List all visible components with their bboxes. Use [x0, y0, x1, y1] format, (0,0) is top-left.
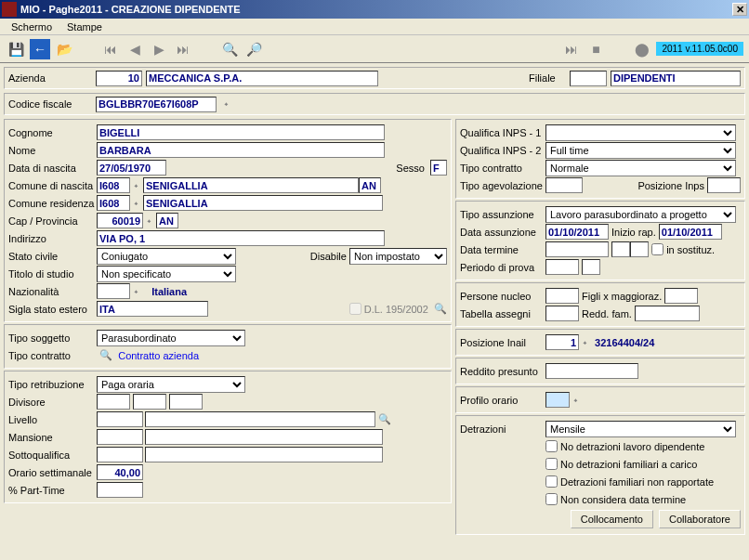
sqf-code[interactable] [97, 447, 143, 462]
search-icon[interactable]: 🔍 [434, 303, 447, 315]
comnasc-prov[interactable] [359, 177, 381, 193]
div-input3[interactable] [169, 394, 203, 410]
prev-icon[interactable]: ◀ [125, 39, 145, 59]
codfisc-lookup-icon[interactable]: 🞘 [220, 98, 233, 110]
qinps2-select[interactable]: Full time [545, 142, 736, 159]
detr-select[interactable]: Mensile [545, 421, 736, 437]
statociv-select[interactable]: Coniugato [97, 248, 236, 265]
redd-input[interactable] [635, 306, 700, 321]
qinps1-select[interactable] [545, 124, 736, 141]
pt-input[interactable] [97, 482, 143, 498]
pprova-input1[interactable] [545, 259, 579, 275]
nome-input[interactable] [97, 142, 385, 158]
titstud-select[interactable]: Non specificato [97, 266, 236, 282]
comnasc-lookup-icon[interactable]: 🞘 [130, 180, 143, 191]
orario-input[interactable] [97, 464, 143, 480]
naz-lookup-icon[interactable]: 🞘 [130, 286, 143, 297]
tagev-input[interactable] [545, 177, 583, 193]
open-icon[interactable]: 📂 [54, 39, 74, 59]
cognome-input[interactable] [97, 124, 385, 140]
cap-input[interactable] [97, 213, 143, 228]
filiale-code[interactable] [570, 71, 607, 86]
sigla-label: Sigla stato estero [8, 304, 97, 315]
datanasc-input[interactable] [97, 160, 166, 176]
div-label: Divisore [8, 397, 97, 408]
last-icon[interactable]: ⏭ [173, 39, 193, 59]
liv-search-icon[interactable]: 🔍 [378, 413, 391, 425]
zoom-icon[interactable]: 🔎 [243, 39, 264, 59]
close-button[interactable]: ✕ [732, 3, 747, 16]
menu-schermo[interactable]: Schermo [4, 20, 59, 33]
tiporet-select[interactable]: Paga oraria [97, 376, 245, 393]
tass-select[interactable]: Lavoro parasubordinato a progetto [545, 206, 736, 223]
liv-code[interactable] [97, 411, 143, 427]
sesso-input[interactable] [430, 160, 447, 176]
mans-code[interactable] [97, 429, 143, 445]
detr-opt3[interactable]: Detrazioni familiari non rapportate [545, 475, 714, 488]
comres-name[interactable] [143, 195, 383, 211]
pinail-num[interactable] [545, 334, 579, 350]
skip-end-icon[interactable]: ⏭ [561, 39, 582, 59]
next-icon[interactable]: ▶ [149, 39, 169, 59]
codfisc-input[interactable] [96, 97, 217, 112]
detr-opt2[interactable]: No detrazioni familiari a carico [545, 458, 697, 470]
assunzione-group: Tipo assunzione Lavoro parasubordinato a… [455, 201, 745, 280]
detr-opt4[interactable]: Non considera data termine [545, 493, 686, 505]
dterm-input[interactable] [545, 241, 609, 257]
azienda-code[interactable] [96, 71, 142, 86]
comres-lookup-icon[interactable]: 🞘 [130, 198, 143, 209]
comnasc-name[interactable] [143, 177, 359, 193]
prov-input[interactable] [156, 213, 178, 228]
dterm-ext1[interactable] [611, 241, 630, 257]
pnuc-input[interactable] [545, 288, 579, 304]
redpres-label: Reddito presunto [460, 366, 545, 377]
tipocon-search-icon[interactable]: 🔍 [99, 349, 112, 361]
dass-input[interactable] [545, 224, 609, 240]
sigla-input[interactable] [97, 301, 208, 317]
ind-input[interactable] [97, 230, 385, 246]
tipocon-link[interactable]: Contratto azienda [118, 350, 199, 361]
tcontr-select[interactable]: Normale [545, 160, 736, 176]
menu-stampe[interactable]: Stampe [59, 20, 110, 33]
azienda-name[interactable] [146, 71, 378, 86]
save-icon[interactable]: 💾 [6, 39, 26, 59]
div-input2[interactable] [133, 394, 166, 410]
prof-input[interactable] [545, 392, 570, 408]
back-icon[interactable]: ← [30, 39, 50, 59]
pprova-input2[interactable] [582, 259, 600, 275]
stop-icon[interactable]: ■ [585, 39, 606, 59]
liv-desc[interactable] [145, 411, 375, 427]
pinail-lookup-icon[interactable]: 🞘 [579, 337, 592, 348]
prof-lookup-icon[interactable]: 🞘 [570, 395, 583, 406]
cognome-label: Cognome [8, 127, 97, 138]
mans-desc[interactable] [145, 429, 383, 445]
comres-code[interactable] [97, 195, 130, 211]
dl195-check: D.L. 195/2002 [349, 303, 428, 315]
comnasc-code[interactable] [97, 177, 130, 193]
posinps-input[interactable] [707, 177, 741, 193]
detr-opt1[interactable]: No detrazioni lavoro dipendente [545, 440, 704, 452]
naz-code[interactable] [97, 283, 130, 299]
filiale-name[interactable] [611, 71, 741, 86]
tiposog-select[interactable]: Parasubordinato [97, 330, 245, 346]
redpres-input[interactable] [545, 363, 638, 379]
first-icon[interactable]: ⏮ [100, 39, 121, 59]
collaboratore-button[interactable]: Collaboratore [659, 510, 741, 528]
cap-lookup-icon[interactable]: 🞘 [143, 215, 156, 227]
naz-name: Italiana [151, 286, 187, 297]
disabile-select[interactable]: Non impostato [349, 248, 447, 265]
tabass-input[interactable] [545, 306, 579, 321]
sqf-desc[interactable] [145, 447, 383, 462]
tagev-label: Tipo agevolazione [460, 180, 545, 191]
binoculars-icon[interactable]: 🔍 [219, 39, 240, 59]
inps-group: Qualifica INPS - 1 Qualifica INPS - 2 Fu… [455, 119, 745, 199]
dterm-ext2[interactable] [630, 241, 649, 257]
inizrap-label: Inizio rap. [611, 227, 656, 238]
insost-check[interactable]: in sostituz. [651, 243, 715, 255]
tiporet-label: Tipo retribuzione [8, 379, 97, 390]
figli-input[interactable] [664, 288, 698, 304]
record-icon[interactable]: ⬤ [632, 39, 652, 59]
div-input1[interactable] [97, 394, 130, 410]
inizrap-input[interactable] [659, 224, 722, 240]
collocamento-button[interactable]: Collocamento [571, 510, 653, 528]
